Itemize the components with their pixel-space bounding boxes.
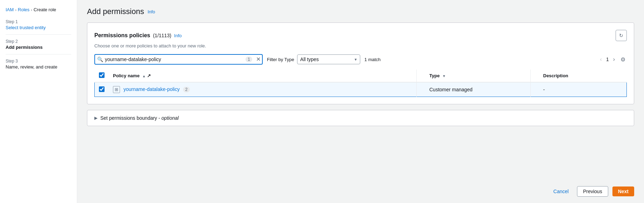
footer: Cancel Previous Next (77, 180, 644, 203)
cancel-button[interactable]: Cancel (549, 186, 573, 196)
chevron-icon: › (15, 8, 16, 12)
search-input[interactable] (94, 54, 263, 65)
sort-down-icon: ▼ (442, 74, 446, 78)
col-divider (417, 70, 425, 82)
permissions-card: Permissions policies (1/1113) Info ↻ Cho… (87, 22, 634, 104)
search-wrapper: 🔍 1 ✕ (94, 54, 263, 65)
card-title: Permissions policies (94, 32, 150, 39)
previous-button[interactable]: Previous (577, 186, 608, 197)
page-header: Add permissions Info (87, 7, 634, 16)
breadcrumb: IAM › Roles › Create role (6, 7, 71, 12)
breadcrumb-roles[interactable]: Roles (18, 7, 29, 12)
card-subtitle: Choose one or more policies to attach to… (94, 43, 627, 48)
table-header-row: Policy name ▲ ↗ Type ▼ Descrip (95, 70, 627, 82)
card-count: (1/1113) (153, 33, 171, 38)
step1-link[interactable]: Select trusted entity (6, 25, 71, 30)
pagination-number: 1 (606, 57, 609, 62)
td-checkbox (95, 82, 109, 97)
col-divider (530, 70, 539, 82)
td-type: Customer managed (425, 82, 530, 97)
step3-section: Step 3 Name, review, and create (6, 59, 71, 70)
search-badge: 1 (246, 57, 252, 62)
boundary-header[interactable]: ▶ Set permissions boundary - optional (94, 115, 627, 121)
pagination-prev-button[interactable]: ‹ (599, 55, 603, 63)
search-filter-row: 🔍 1 ✕ Filter by Type All types ▼ (94, 54, 627, 65)
step2-label: Step 2 (6, 39, 71, 44)
permissions-info-link[interactable]: Info (174, 33, 182, 38)
policy-name-link[interactable]: yourname-datalake-policy (123, 86, 180, 92)
step1-label: Step 1 (6, 19, 71, 24)
pagination-next-button[interactable]: › (612, 55, 616, 63)
breadcrumb-current: Create role (34, 7, 56, 12)
step2-section: Step 2 Add permissions (6, 39, 71, 50)
card-header: Permissions policies (1/1113) Info ↻ (94, 30, 627, 41)
filter-group: Filter by Type All types ▼ (267, 54, 360, 64)
policy-table: Policy name ▲ ↗ Type ▼ Descrip (94, 70, 627, 97)
td-name: ⊞ yourname-datalake-policy 2 (109, 82, 417, 97)
next-button[interactable]: Next (612, 186, 634, 196)
page-title: Add permissions (87, 7, 144, 16)
divider (6, 54, 71, 54)
boundary-title: Set permissions boundary - optional (100, 115, 179, 121)
main-content: Add permissions Info Permissions policie… (77, 0, 644, 180)
step3-label: Step 3 (6, 59, 71, 64)
th-type[interactable]: Type ▼ (425, 70, 530, 82)
match-text: 1 match (364, 57, 381, 62)
boundary-expand-icon: ▶ (94, 116, 98, 120)
table-row: ⊞ yourname-datalake-policy 2 Customer ma… (95, 82, 627, 97)
divider (6, 34, 71, 35)
breadcrumb-iam[interactable]: IAM (6, 7, 14, 12)
page-info-link[interactable]: Info (148, 9, 155, 14)
col-divider (530, 82, 539, 97)
th-policy-name[interactable]: Policy name ▲ ↗ (109, 70, 417, 82)
th-description: Description (539, 70, 627, 82)
step3-text: Name, review, and create (6, 64, 71, 70)
sidebar: IAM › Roles › Create role Step 1 Select … (0, 0, 77, 203)
pagination-row: ‹ 1 › ⚙ (599, 55, 627, 64)
chevron-icon: › (31, 8, 32, 12)
row-badge: 2 (183, 87, 190, 92)
col-divider (417, 82, 425, 97)
step1-section: Step 1 Select trusted entity (6, 19, 71, 30)
th-checkbox (95, 70, 109, 82)
permissions-boundary-section: ▶ Set permissions boundary - optional (87, 110, 634, 126)
table-settings-button[interactable]: ⚙ (619, 55, 627, 64)
select-all-checkbox[interactable] (99, 72, 105, 78)
card-title-row: Permissions policies (1/1113) Info (94, 32, 182, 39)
sort-up-icon: ▲ (142, 74, 146, 78)
refresh-button[interactable]: ↻ (616, 30, 627, 41)
expand-icon[interactable]: ⊞ (113, 86, 120, 93)
row-checkbox[interactable] (99, 86, 105, 92)
filter-select-wrapper: All types ▼ (297, 54, 360, 64)
boundary-optional: optional (161, 115, 179, 121)
step2-active: Add permissions (6, 45, 71, 50)
search-clear-button[interactable]: ✕ (256, 57, 261, 62)
filter-type-select[interactable]: All types (297, 54, 360, 64)
td-description: - (539, 82, 627, 97)
filter-label: Filter by Type (267, 57, 294, 62)
